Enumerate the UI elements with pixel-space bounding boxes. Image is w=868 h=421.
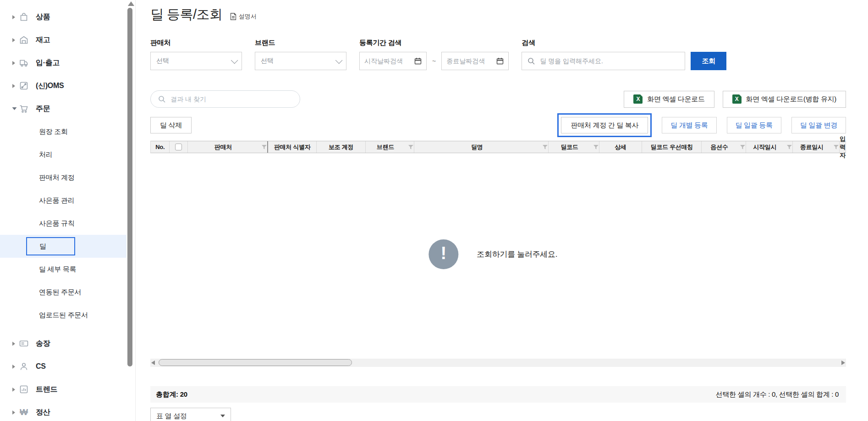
sidebar-scrollbar[interactable]: [126, 0, 136, 421]
search-button[interactable]: 조회: [691, 52, 726, 70]
select-all-checkbox[interactable]: [175, 144, 182, 150]
start-date-field[interactable]: [359, 52, 427, 70]
column-inputter[interactable]: 입력자: [840, 141, 846, 153]
scroll-up-arrow-icon[interactable]: [128, 1, 134, 6]
column-deal-name[interactable]: 딜명: [414, 141, 549, 153]
column-no[interactable]: No.: [151, 141, 170, 153]
sidebar-subitem-deal-detail[interactable]: 딜 세부 목록: [0, 258, 126, 281]
caret-right-icon: [12, 61, 17, 66]
selected-item-box[interactable]: 딜: [26, 237, 75, 255]
sidebar-item-trend[interactable]: 트렌드: [0, 378, 126, 401]
sidebar-subitem-linked-orders[interactable]: 연동된 주문서: [0, 281, 126, 304]
person-icon: [18, 361, 29, 372]
find-in-results-field[interactable]: [150, 90, 300, 108]
sidebar-subitem-process[interactable]: 처리: [0, 143, 126, 166]
copy-deal-button[interactable]: 판매처 계정 간 딜 복사: [561, 117, 648, 133]
filter-funnel-icon[interactable]: [542, 144, 548, 150]
horizontal-scrollbar-thumb[interactable]: [159, 359, 352, 366]
deal-name-search-field[interactable]: [522, 52, 685, 70]
caret-right-icon: [12, 83, 17, 89]
horizontal-scrollbar[interactable]: [150, 359, 846, 367]
filter-funnel-icon[interactable]: [408, 144, 414, 150]
column-settings-select[interactable]: 표 열 설정: [150, 408, 231, 421]
sidebar-item-products[interactable]: 상품: [0, 6, 126, 28]
table-header: No. 판매처 판매처 식별자 보조 계정 브랜드 딜명 딜코드 상세 딜코드 …: [150, 141, 846, 153]
brand-label: 브랜드: [255, 39, 346, 47]
period-label: 등록기간 검색: [359, 39, 509, 47]
end-date-input[interactable]: [446, 57, 492, 65]
column-seller-identifier[interactable]: 판매처 식별자: [268, 141, 317, 153]
sidebar-item-settlement[interactable]: ₩ 정산: [0, 401, 126, 421]
bar-chart-icon: [18, 384, 29, 395]
filter-brand: 브랜드 선택: [255, 39, 346, 70]
filter-bar: 판매처 선택 브랜드 선택 등록기간 검색 ~: [150, 39, 846, 70]
end-date-field[interactable]: [441, 52, 509, 70]
start-date-input[interactable]: [364, 57, 410, 65]
warehouse-icon: [18, 34, 29, 45]
column-brand[interactable]: 브랜드: [366, 141, 414, 153]
sidebar-item-orders[interactable]: 주문: [0, 97, 126, 120]
sidebar-subitem-gift-rule[interactable]: 사은품 규칙: [0, 212, 126, 235]
sidebar-item-invoice[interactable]: 송장: [0, 332, 126, 355]
column-option-count[interactable]: 옵션수: [702, 141, 746, 153]
search-icon: [527, 57, 535, 65]
sidebar-subitem-gift-manage[interactable]: 사은품 관리: [0, 189, 126, 212]
seller-select[interactable]: 선택: [150, 52, 242, 70]
column-sub-account[interactable]: 보조 계정: [317, 141, 365, 153]
change-bulk-deal-button[interactable]: 딜 일괄 변경: [791, 117, 846, 133]
column-detail[interactable]: 상세: [599, 141, 643, 153]
sidebar-item-label: 입·출고: [36, 58, 60, 68]
manual-link[interactable]: 설명서: [230, 12, 257, 21]
column-start-datetime[interactable]: 시작일시: [746, 141, 793, 153]
find-in-results-input[interactable]: [170, 95, 292, 103]
column-dealcode-priority[interactable]: 딜코드 우선매칭: [642, 141, 702, 153]
caret-right-icon: [12, 410, 17, 415]
sidebar-item-inventory[interactable]: 재고: [0, 28, 126, 51]
column-seller[interactable]: 판매처: [188, 141, 268, 153]
register-single-deal-button[interactable]: 딜 개별 등록: [662, 117, 716, 133]
sidebar-subitem-uploaded-orders[interactable]: 업로드된 주문서: [0, 304, 126, 327]
column-deal-code[interactable]: 딜코드: [549, 141, 599, 153]
filter-funnel-icon[interactable]: [593, 144, 599, 150]
filter-period: 등록기간 검색 ~: [359, 39, 509, 70]
won-icon: ₩: [18, 407, 29, 418]
seller-label: 판매처: [150, 39, 242, 47]
sidebar-item-cs[interactable]: CS: [0, 355, 126, 378]
excel-download-merged-button[interactable]: X 화면 엑셀 다운로드(병합 유지): [723, 91, 846, 108]
excel-download-button[interactable]: X 화면 엑셀 다운로드: [624, 91, 714, 108]
link-nodes-icon: [18, 80, 29, 91]
deal-name-search-input[interactable]: [540, 57, 679, 65]
dropdown-arrow-icon: [220, 415, 225, 417]
scroll-right-arrow-icon[interactable]: [841, 360, 845, 365]
sidebar-scrollbar-thumb[interactable]: [127, 8, 132, 366]
truck-icon: [18, 57, 29, 68]
filter-funnel-icon[interactable]: [740, 144, 746, 150]
caret-right-icon: [12, 387, 17, 392]
sidebar-subitem-seller-account[interactable]: 판매처 계정: [0, 166, 126, 189]
brand-select[interactable]: 선택: [255, 52, 346, 70]
exclamation-icon: !: [429, 239, 458, 269]
caret-right-icon: [12, 364, 17, 369]
calendar-icon[interactable]: [414, 57, 422, 65]
sidebar-subitem-ledger[interactable]: 원장 조회: [0, 120, 126, 143]
column-select: [170, 141, 187, 153]
calendar-icon[interactable]: [496, 57, 504, 65]
filter-funnel-icon[interactable]: [786, 144, 792, 150]
sidebar-item-oms[interactable]: (신)OMS: [0, 74, 126, 97]
register-bulk-deal-button[interactable]: 딜 일괄 등록: [727, 117, 781, 133]
scroll-left-arrow-icon[interactable]: [151, 360, 155, 365]
search-icon: [158, 95, 166, 103]
results-toolbar: X 화면 엑셀 다운로드 X 화면 엑셀 다운로드(병합 유지): [150, 90, 846, 108]
search-label: 검색: [522, 39, 726, 47]
selection-summary: 선택한 셀의 개수 : 0, 선택한 셀의 합계 : 0: [716, 390, 839, 399]
sidebar-item-label: 상품: [36, 12, 50, 22]
sidebar-item-inout[interactable]: 입·출고: [0, 51, 126, 74]
filter-search: 검색 조회: [522, 39, 726, 70]
main-content: 딜 등록/조회 설명서 판매처 선택 브랜드 선택 등록기간 검색: [136, 0, 868, 421]
bag-icon: [18, 11, 29, 22]
column-end-datetime[interactable]: 종료일시: [793, 141, 840, 153]
delete-deal-button[interactable]: 딜 삭제: [150, 117, 192, 133]
filter-funnel-icon[interactable]: [261, 144, 267, 150]
filter-funnel-icon[interactable]: [833, 144, 839, 150]
sidebar-subitem-deal[interactable]: 딜: [0, 235, 126, 258]
